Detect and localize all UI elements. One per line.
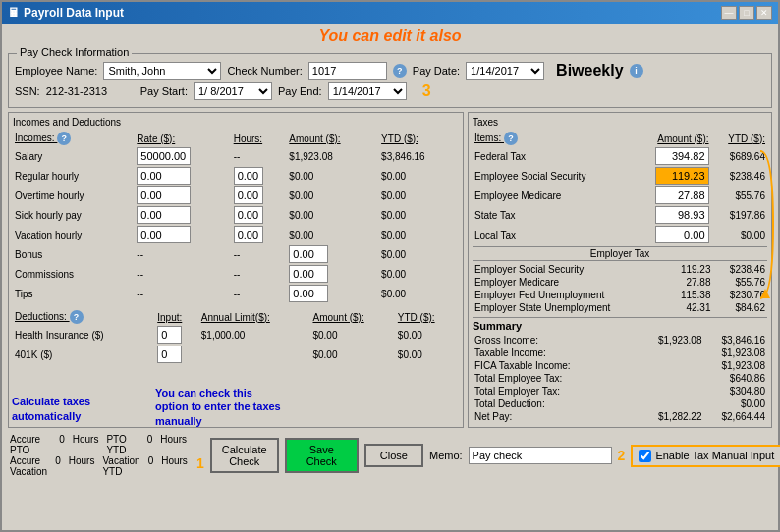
overtime-hours-input[interactable] — [234, 186, 263, 204]
pay-date-select[interactable]: 1/14/2017 — [466, 62, 544, 80]
tax-amount[interactable] — [631, 205, 710, 225]
col-annual-limit: Annual Limit($): — [199, 309, 311, 325]
table-row: Tips -- -- $0.00 — [13, 284, 459, 303]
income-help-icon[interactable]: ? — [57, 132, 71, 145]
income-amount: $0.00 — [287, 166, 379, 186]
main-window: 🖩 Payroll Data Input — □ ✕ You can edit … — [0, 0, 780, 532]
overtime-rate-input[interactable] — [137, 186, 191, 204]
pay-end-select[interactable]: 1/14/2017 — [328, 82, 407, 100]
pay-start-select[interactable]: 1/ 8/2017 — [194, 82, 272, 100]
pto-row2: Accure Vacation 0 Hours Vacation YTD 0 H… — [10, 455, 187, 477]
vacation-hours-input[interactable] — [234, 226, 263, 243]
salary-rate-input[interactable] — [137, 147, 191, 165]
minimize-button[interactable]: — — [721, 6, 737, 20]
accure-vacation-unit: Hours — [69, 455, 95, 477]
paycheck-row2: SSN: 212-31-2313 Pay Start: 1/ 8/2017 Pa… — [15, 82, 765, 100]
income-rate[interactable] — [135, 186, 231, 205]
income-hours[interactable] — [232, 166, 288, 186]
enable-tax-label: Enable Tax Manual Input — [655, 450, 774, 461]
income-label: Salary — [13, 146, 135, 166]
health-input[interactable] — [157, 326, 182, 344]
memo-input[interactable] — [469, 447, 612, 464]
pto-row1: Accure PTO 0 Hours PTO YTD 0 Hours — [10, 434, 187, 455]
local-tax-input[interactable] — [655, 226, 709, 243]
bonus-amount-input[interactable] — [289, 245, 328, 263]
close-button[interactable]: ✕ — [756, 6, 772, 20]
deduction-help-icon[interactable]: ? — [70, 310, 84, 324]
income-amount[interactable] — [287, 284, 379, 303]
income-label: Sick hourly pay — [13, 205, 135, 225]
income-ytd: $0.00 — [379, 166, 459, 186]
income-rate[interactable] — [135, 146, 231, 166]
calc-annotation: Calculate taxesautomatically — [12, 395, 90, 423]
col-rate: Rate ($): — [135, 131, 231, 146]
regular-hours-input[interactable] — [234, 167, 263, 185]
federal-tax-input[interactable] — [655, 147, 709, 165]
svg-marker-0 — [760, 289, 770, 298]
table-row: Employer Medicare 27.88 $55.76 — [473, 276, 767, 289]
income-hours[interactable] — [232, 205, 288, 225]
vacation-ytd-value: 0 — [148, 455, 154, 477]
pto-ytd-unit: Hours — [160, 434, 187, 455]
title-bar-controls[interactable]: — □ ✕ — [721, 6, 772, 20]
save-check-button[interactable]: Save Check — [285, 438, 359, 473]
right-panel: Taxes Items: ? Amount ($): YTD ($): Fede… — [468, 112, 772, 428]
tax-label: Federal Tax — [473, 146, 631, 166]
summary-net-pay: Net Pay:$1,282.22$2,664.44 — [473, 410, 767, 423]
income-hours: -- — [232, 146, 288, 166]
table-row: Employer Social Security 119.23 $238.46 — [473, 263, 767, 276]
vacation-rate-input[interactable] — [137, 226, 191, 243]
regular-rate-input[interactable] — [137, 167, 191, 185]
deduction-input[interactable] — [155, 325, 199, 345]
pay-start-label: Pay Start: — [140, 85, 188, 97]
income-hours[interactable] — [232, 186, 288, 205]
check-number-input[interactable] — [308, 62, 387, 80]
commissions-amount-input[interactable] — [289, 265, 328, 283]
employer-tax-amount: 42.31 — [666, 301, 713, 314]
tax-amount[interactable] — [631, 166, 710, 186]
number3-badge: 3 — [422, 82, 431, 100]
income-rate[interactable] — [135, 166, 231, 186]
enable-tax-checkbox[interactable] — [639, 450, 651, 462]
calculate-check-button[interactable]: Calculate Check — [210, 438, 279, 473]
income-amount[interactable] — [287, 264, 379, 284]
emp-medicare-input[interactable] — [655, 186, 709, 204]
deduction-limit — [199, 345, 311, 364]
deduction-input[interactable] — [155, 345, 199, 364]
summary-deduction: Total Deduction:$0.00 — [473, 398, 767, 410]
income-hours: -- — [232, 244, 288, 264]
emp-ss-input[interactable] — [655, 167, 709, 185]
deductions-table: Deductions: ? Input: Annual Limit($): Am… — [13, 309, 459, 364]
items-help-icon[interactable]: ? — [504, 132, 518, 145]
maximize-button[interactable]: □ — [739, 6, 754, 20]
check-number-help-icon[interactable]: ? — [393, 64, 407, 78]
table-row: Federal Tax $689.64 — [473, 146, 767, 166]
sick-rate-input[interactable] — [137, 206, 191, 224]
income-amount: $0.00 — [287, 225, 379, 244]
close-button[interactable]: Close — [364, 444, 423, 467]
401k-input[interactable] — [157, 346, 182, 363]
table-row: Employer State Unemployment 42.31 $84.62 — [473, 301, 767, 314]
table-row: Local Tax $0.00 — [473, 225, 767, 244]
tips-amount-input[interactable] — [289, 285, 328, 302]
table-row: Employee Social Security $238.46 — [473, 166, 767, 186]
pto-ytd-value: 0 — [147, 434, 153, 455]
frequency-info-icon[interactable]: i — [630, 64, 643, 78]
income-rate[interactable] — [135, 205, 231, 225]
summary-er-tax: Total Employer Tax:$304.80 — [473, 385, 767, 398]
income-label: Commissions — [13, 264, 135, 284]
deduction-amount: $0.00 — [310, 345, 395, 364]
main-area: Incomes and Deductions Incomes: ? Rate (… — [8, 112, 772, 428]
state-tax-input[interactable] — [655, 206, 709, 224]
table-row: Commissions -- -- $0.00 — [13, 264, 459, 284]
tax-amount[interactable] — [631, 186, 710, 205]
income-rate[interactable] — [135, 225, 231, 244]
employee-name-select[interactable]: Smith, John — [103, 62, 221, 80]
sick-hours-input[interactable] — [234, 206, 263, 224]
income-amount[interactable] — [287, 244, 379, 264]
income-hours[interactable] — [232, 225, 288, 244]
tax-amount[interactable] — [631, 146, 710, 166]
income-label: Tips — [13, 284, 135, 303]
income-ytd: $0.00 — [379, 284, 459, 303]
tax-amount[interactable] — [631, 225, 710, 244]
